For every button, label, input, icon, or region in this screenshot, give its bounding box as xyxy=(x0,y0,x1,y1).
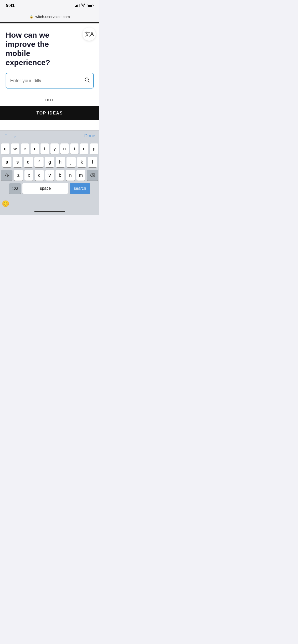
search-icon xyxy=(84,77,90,83)
key-i[interactable]: i xyxy=(70,143,79,154)
lock-icon: 🔒 xyxy=(30,15,33,19)
key-g[interactable]: g xyxy=(45,157,54,167)
cursor-indicator xyxy=(37,79,40,82)
key-j[interactable]: j xyxy=(66,157,76,167)
toolbar-nav: ⌃ ⌄ xyxy=(4,133,17,139)
key-a[interactable]: a xyxy=(2,157,11,167)
key-x[interactable]: x xyxy=(24,170,33,181)
svg-line-1 xyxy=(88,81,90,82)
key-emoji[interactable]: 😊 xyxy=(1,198,10,209)
key-h[interactable]: h xyxy=(56,157,65,167)
key-space[interactable]: space xyxy=(22,183,68,194)
keyboard-row-4: 123 space search xyxy=(1,183,98,194)
key-delete[interactable] xyxy=(87,170,98,181)
signal-icon xyxy=(75,4,79,7)
toolbar-prev-button[interactable]: ⌃ xyxy=(4,133,8,139)
key-q[interactable]: q xyxy=(1,143,9,154)
browser-url: 🔒 twitch.uservoice.com xyxy=(30,14,70,19)
keyboard: q w e r t y u i o p a s d f g h j k l z … xyxy=(0,141,99,197)
translate-button[interactable]: 文A xyxy=(83,27,96,41)
key-d[interactable]: d xyxy=(24,157,33,167)
battery-icon xyxy=(87,4,93,7)
home-indicator xyxy=(0,209,99,215)
tab-hot[interactable]: HOT xyxy=(0,94,99,106)
key-l[interactable]: l xyxy=(88,157,97,167)
keyboard-row-2: a s d f g h j k l xyxy=(1,157,98,167)
key-e[interactable]: e xyxy=(21,143,29,154)
search-container xyxy=(6,73,94,89)
key-shift[interactable] xyxy=(1,170,12,181)
page-title: How can we improve the mobile experience… xyxy=(6,31,72,67)
delete-icon xyxy=(90,173,95,177)
tab-partial xyxy=(0,120,99,130)
toolbar-next-button[interactable]: ⌄ xyxy=(13,133,17,139)
bottom-row: 😊 xyxy=(1,198,98,209)
key-s[interactable]: s xyxy=(13,157,22,167)
key-y[interactable]: y xyxy=(50,143,59,154)
status-icons xyxy=(75,4,93,8)
tabs-section: HOT TOP IDEAS xyxy=(0,94,99,130)
keyboard-toolbar: ⌃ ⌄ Done xyxy=(0,130,99,141)
search-input[interactable] xyxy=(6,73,94,89)
page-content: How can we improve the mobile experience… xyxy=(0,23,99,94)
key-b[interactable]: b xyxy=(56,170,64,181)
key-z[interactable]: z xyxy=(14,170,23,181)
key-w[interactable]: w xyxy=(11,143,19,154)
translate-icon: 文A xyxy=(85,30,94,38)
tab-top-ideas[interactable]: TOP IDEAS xyxy=(0,106,99,120)
home-bar xyxy=(34,211,65,212)
key-c[interactable]: c xyxy=(35,170,44,181)
key-123[interactable]: 123 xyxy=(9,183,21,194)
keyboard-row-1: q w e r t y u i o p xyxy=(1,143,98,154)
key-r[interactable]: r xyxy=(31,143,39,154)
key-o[interactable]: o xyxy=(80,143,88,154)
status-bar: 9:41 xyxy=(0,0,99,11)
key-t[interactable]: t xyxy=(40,143,49,154)
browser-bar: 🔒 twitch.uservoice.com xyxy=(0,11,99,22)
key-search[interactable]: search xyxy=(70,183,90,194)
key-p[interactable]: p xyxy=(90,143,98,154)
keyboard-bottom: 😊 xyxy=(0,197,99,209)
search-icon-button[interactable] xyxy=(84,77,90,84)
key-n[interactable]: n xyxy=(66,170,75,181)
status-time: 9:41 xyxy=(6,3,15,8)
key-k[interactable]: k xyxy=(77,157,86,167)
shift-icon xyxy=(5,173,9,178)
key-m[interactable]: m xyxy=(76,170,85,181)
keyboard-row-3: z x c v b n m xyxy=(1,170,98,181)
key-f[interactable]: f xyxy=(34,157,44,167)
wifi-icon xyxy=(81,4,85,8)
toolbar-done-button[interactable]: Done xyxy=(84,133,95,139)
key-v[interactable]: v xyxy=(45,170,54,181)
key-u[interactable]: u xyxy=(60,143,69,154)
